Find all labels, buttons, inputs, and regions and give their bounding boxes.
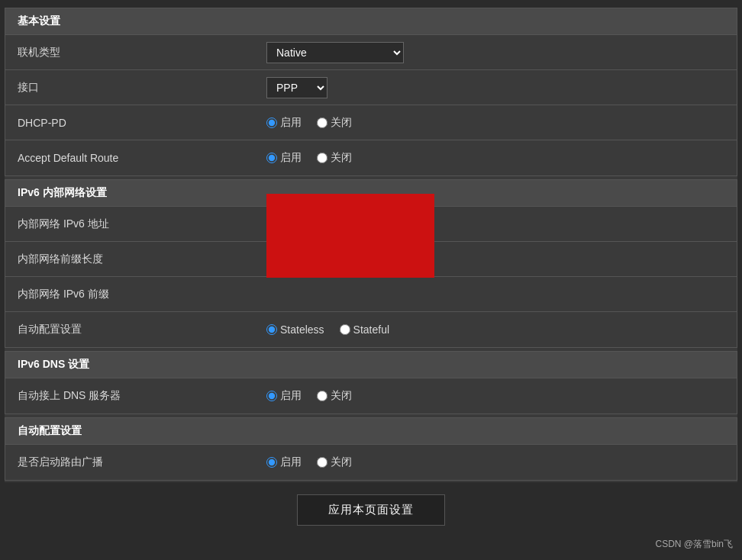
route-broadcast-label: 是否启动路由广播 [5, 448, 257, 477]
internal-ipv6-prefix-value [257, 288, 737, 301]
interface-value: PPP WAN LAN [257, 71, 737, 105]
route-broadcast-enable-radio[interactable] [266, 457, 277, 468]
ipv6-dns-header: IPv6 DNS 设置 [5, 352, 737, 378]
dhcp-pd-label: DHCP-PD [5, 109, 257, 137]
route-broadcast-value: 启用 关闭 [257, 449, 737, 475]
auto-config-radio-group: Stateless Stateful [266, 323, 402, 336]
auto-dns-disable-label[interactable]: 关闭 [317, 389, 352, 403]
accept-default-route-value: 启用 关闭 [257, 145, 737, 171]
dhcp-pd-enable-radio[interactable] [266, 117, 277, 128]
auto-dns-value: 启用 关闭 [257, 383, 737, 409]
dhcp-pd-row: DHCP-PD 启用 关闭 [5, 105, 737, 140]
accept-default-route-enable-label[interactable]: 启用 [266, 151, 302, 165]
interface-label: 接口 [5, 73, 257, 102]
connection-type-label: 联机类型 [5, 38, 257, 67]
basic-settings-section: 基本设置 联机类型 Native PPPoE 6to4 6in4 接口 [5, 8, 737, 176]
auto-config-stateless-radio[interactable] [266, 324, 277, 335]
auto-config-stateful-label[interactable]: Stateful [340, 323, 389, 336]
accept-default-disable-radio[interactable] [317, 153, 327, 163]
auto-config-value: Stateless Stateful [257, 317, 737, 342]
dhcp-pd-radio-group: 启用 关闭 [266, 116, 364, 130]
red-input-area [266, 194, 434, 278]
auto-dns-row: 自动接上 DNS 服务器 启用 关闭 [5, 378, 737, 414]
auto-config-settings-header: 自动配置设置 [5, 418, 737, 445]
internal-ipv6-address-label: 内部网络 IPv6 地址 [5, 210, 257, 239]
auto-config-row: 自动配置设置 Stateless Stateful [5, 312, 737, 347]
accept-default-route-disable-label[interactable]: 关闭 [317, 151, 352, 165]
accept-default-enable-radio[interactable] [266, 153, 277, 163]
internal-ipv6-address-row: 内部网络 IPv6 地址 [5, 207, 737, 242]
dhcp-pd-disable-radio[interactable] [317, 117, 327, 128]
dhcp-pd-disable-label[interactable]: 关闭 [317, 116, 352, 130]
dhcp-pd-enable-label[interactable]: 启用 [266, 116, 302, 130]
auto-dns-disable-radio[interactable] [317, 391, 327, 401]
internal-ipv6-prefix-row: 内部网络 IPv6 前缀 [5, 277, 737, 312]
auto-config-stateless-label[interactable]: Stateless [266, 323, 324, 336]
auto-dns-radio-group: 启用 关闭 [266, 389, 364, 403]
auto-dns-enable-radio[interactable] [266, 391, 277, 401]
auto-dns-label: 自动接上 DNS 服务器 [5, 381, 257, 410]
basic-settings-header: 基本设置 [5, 8, 737, 35]
main-container: 基本设置 联机类型 Native PPPoE 6to4 6in4 接口 [5, 8, 737, 482]
internal-ipv6-prefix-label: 内部网络 IPv6 前缀 [5, 280, 257, 309]
dhcp-pd-value: 启用 关闭 [257, 110, 737, 136]
route-broadcast-disable-radio[interactable] [317, 457, 327, 468]
internal-prefix-length-label: 内部网络前缀长度 [5, 245, 257, 274]
accept-default-route-radio-group: 启用 关闭 [266, 151, 364, 165]
interface-select[interactable]: PPP WAN LAN [266, 77, 327, 98]
connection-type-select[interactable]: Native PPPoE 6to4 6in4 [266, 42, 404, 63]
internal-ipv6-address-value [257, 218, 737, 230]
ipv6-internal-section: IPv6 内部网络设置 内部网络 IPv6 地址 内部网络前缀长度 内部网络 I… [5, 179, 737, 348]
connection-type-value: Native PPPoE 6to4 6in4 [257, 36, 737, 69]
auto-dns-enable-label[interactable]: 启用 [266, 389, 302, 403]
route-broadcast-radio-group: 启用 关闭 [266, 455, 364, 469]
accept-default-route-label: Accept Default Route [5, 144, 257, 172]
apply-button-row: 应用本页面设置 [5, 482, 737, 532]
route-broadcast-row: 是否启动路由广播 启用 关闭 [5, 445, 737, 480]
route-broadcast-disable-label[interactable]: 关闭 [317, 455, 352, 469]
ipv6-dns-section: IPv6 DNS 设置 自动接上 DNS 服务器 启用 关闭 [5, 351, 737, 414]
route-broadcast-enable-label[interactable]: 启用 [266, 455, 302, 469]
auto-config-stateful-radio[interactable] [340, 324, 350, 335]
auto-config-settings-section: 自动配置设置 是否启动路由广播 启用 关闭 [5, 417, 737, 481]
apply-button[interactable]: 应用本页面设置 [297, 494, 445, 526]
interface-row: 接口 PPP WAN LAN [5, 70, 737, 105]
watermark: CSDN @落雪bin飞 [655, 538, 733, 551]
auto-config-label: 自动配置设置 [5, 315, 257, 344]
accept-default-route-row: Accept Default Route 启用 关闭 [5, 140, 737, 175]
connection-type-row: 联机类型 Native PPPoE 6to4 6in4 [5, 35, 737, 70]
